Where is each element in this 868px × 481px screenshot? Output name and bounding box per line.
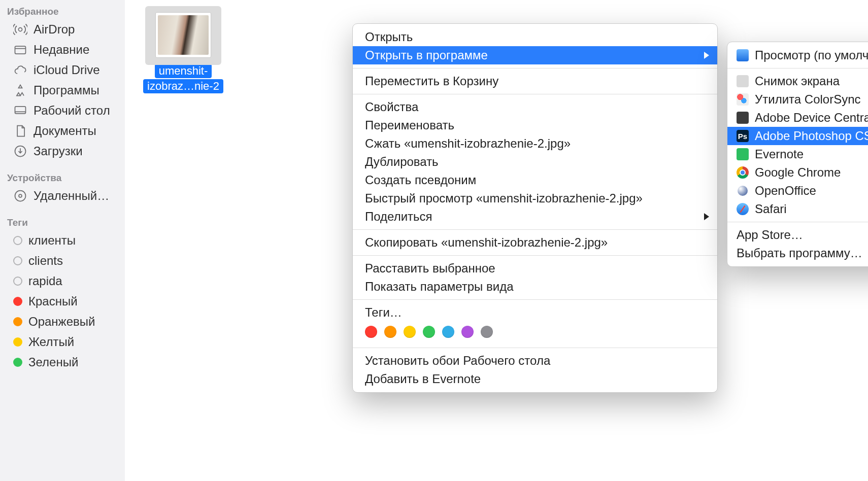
sidebar-item-label: Желтый bbox=[28, 335, 74, 349]
menu-get-info[interactable]: Свойства bbox=[353, 98, 717, 116]
image-thumbnail-icon bbox=[158, 15, 209, 55]
open-with-choose[interactable]: Выбрать программу… bbox=[727, 244, 868, 262]
menu-label: Adobe Photoshop CS5 bbox=[755, 129, 868, 143]
recents-icon bbox=[13, 43, 27, 57]
desktop-icon bbox=[13, 104, 27, 118]
menu-label: Evernote bbox=[755, 147, 804, 161]
file-item[interactable]: umenshit- izobraz…nie-2 bbox=[146, 7, 220, 93]
sidebar-tag-clientsen[interactable]: clients bbox=[0, 251, 125, 271]
menu-open-with[interactable]: Открыть в программе bbox=[353, 46, 717, 64]
tag-dot-icon bbox=[13, 277, 22, 286]
open-with-preview[interactable]: Просмотр (по умолчанию) bbox=[727, 46, 868, 64]
menu-quick-look[interactable]: Быстрый просмотр «umenshit-izobrazhenie-… bbox=[353, 189, 717, 208]
sidebar-heading-tags: Теги bbox=[0, 214, 125, 230]
screenshot-app-icon bbox=[737, 75, 749, 87]
open-with-submenu: Просмотр (по умолчанию) Снимок экрана Ут… bbox=[727, 42, 868, 267]
file-name-label: umenshit- izobraz…nie-2 bbox=[143, 64, 223, 93]
svg-point-7 bbox=[19, 194, 22, 197]
file-name-line2: izobraz…nie-2 bbox=[143, 79, 223, 93]
menu-tags-label[interactable]: Теги… bbox=[353, 303, 717, 322]
device-central-app-icon bbox=[737, 112, 749, 124]
sidebar-tag-clientsru[interactable]: клиенты bbox=[0, 230, 125, 251]
open-with-screenshot[interactable]: Снимок экрана bbox=[727, 72, 868, 90]
tag-dot-icon bbox=[13, 358, 22, 367]
sidebar-tag-orange[interactable]: Оранжевый bbox=[0, 312, 125, 332]
sidebar-item-documents[interactable]: Документы bbox=[0, 121, 125, 141]
open-with-chrome[interactable]: Google Chrome bbox=[727, 163, 868, 182]
finder-content[interactable]: umenshit- izobraz…nie-2 Открыть Открыть … bbox=[125, 0, 868, 481]
menu-copy[interactable]: Скопировать «umenshit-izobrazhenie-2.jpg… bbox=[353, 233, 717, 252]
sidebar-item-label: Загрузки bbox=[34, 144, 83, 158]
sidebar-item-label: Красный bbox=[28, 294, 78, 308]
sidebar-item-label: clients bbox=[28, 254, 63, 268]
menu-tags-row bbox=[353, 322, 717, 344]
open-with-openoffice[interactable]: OpenOffice bbox=[727, 182, 868, 200]
tag-color-purple[interactable] bbox=[461, 326, 474, 338]
sidebar-tag-green[interactable]: Зеленый bbox=[0, 352, 125, 372]
menu-make-alias[interactable]: Создать псевдоним bbox=[353, 171, 717, 189]
tag-dot-icon bbox=[13, 337, 22, 347]
file-thumbnail bbox=[155, 12, 211, 58]
safari-app-icon bbox=[737, 203, 749, 215]
menu-label: Safari bbox=[755, 202, 787, 216]
menu-trash[interactable]: Переместить в Корзину bbox=[353, 72, 717, 90]
menu-view-options[interactable]: Показать параметры вида bbox=[353, 278, 717, 296]
open-with-device-central[interactable]: Adobe Device Central CS5 bbox=[727, 109, 868, 127]
tag-color-blue[interactable] bbox=[442, 326, 454, 338]
evernote-app-icon bbox=[737, 148, 749, 160]
open-with-appstore[interactable]: App Store… bbox=[727, 226, 868, 244]
menu-label: Утилита ColorSync bbox=[755, 92, 861, 107]
open-with-safari[interactable]: Safari bbox=[727, 200, 868, 218]
menu-separator bbox=[353, 68, 717, 68]
sidebar-item-label: Программы bbox=[34, 83, 99, 97]
menu-separator bbox=[353, 229, 717, 230]
sidebar-tag-red[interactable]: Красный bbox=[0, 291, 125, 312]
finder-sidebar: Избранное AirDrop Недавние iCloud Drive … bbox=[0, 0, 125, 481]
sidebar-item-remote-disc[interactable]: Удаленный… bbox=[0, 186, 125, 206]
menu-share[interactable]: Поделиться bbox=[353, 208, 717, 226]
open-with-photoshop[interactable]: PsAdobe Photoshop CS5 bbox=[727, 127, 868, 145]
menu-label: App Store… bbox=[737, 228, 803, 242]
svg-rect-1 bbox=[15, 46, 26, 54]
openoffice-app-icon bbox=[737, 185, 749, 197]
sidebar-item-desktop[interactable]: Рабочий стол bbox=[0, 100, 125, 121]
colorsync-app-icon bbox=[737, 93, 749, 106]
sidebar-item-apps[interactable]: Программы bbox=[0, 80, 125, 100]
tag-color-yellow[interactable] bbox=[404, 326, 416, 338]
sidebar-tag-rapida[interactable]: rapida bbox=[0, 271, 125, 291]
svg-point-0 bbox=[19, 28, 22, 31]
sidebar-item-label: iCloud Drive bbox=[34, 63, 100, 77]
menu-set-desktop[interactable]: Установить обои Рабочего стола bbox=[353, 352, 717, 370]
tag-color-red[interactable] bbox=[365, 326, 377, 338]
sidebar-item-recents[interactable]: Недавние bbox=[0, 40, 125, 60]
tag-color-green[interactable] bbox=[423, 326, 435, 338]
sidebar-item-label: Удаленный… bbox=[34, 189, 109, 203]
sidebar-item-airdrop[interactable]: AirDrop bbox=[0, 19, 125, 40]
sidebar-heading-devices: Устройства bbox=[0, 169, 125, 186]
sidebar-item-label: Рабочий стол bbox=[34, 104, 110, 118]
sidebar-item-label: AirDrop bbox=[34, 22, 75, 37]
menu-duplicate[interactable]: Дублировать bbox=[353, 153, 717, 171]
tag-color-orange[interactable] bbox=[384, 326, 396, 338]
menu-clean-up[interactable]: Расставить выбранное bbox=[353, 259, 717, 278]
sidebar-item-icloud[interactable]: iCloud Drive bbox=[0, 60, 125, 80]
menu-compress[interactable]: Сжать «umenshit-izobrazhenie-2.jpg» bbox=[353, 134, 717, 153]
sidebar-tag-yellow[interactable]: Желтый bbox=[0, 332, 125, 352]
photoshop-app-icon: Ps bbox=[737, 130, 749, 142]
menu-add-evernote[interactable]: Добавить в Evernote bbox=[353, 370, 717, 388]
menu-open[interactable]: Открыть bbox=[353, 28, 717, 46]
sidebar-item-label: Документы bbox=[34, 124, 96, 138]
disc-icon bbox=[13, 189, 27, 203]
apps-icon bbox=[13, 83, 27, 97]
menu-rename[interactable]: Переименовать bbox=[353, 116, 717, 134]
menu-label: OpenOffice bbox=[755, 184, 816, 198]
sidebar-item-downloads[interactable]: Загрузки bbox=[0, 141, 125, 161]
sidebar-item-label: Зеленый bbox=[28, 355, 78, 369]
menu-label: Просмотр (по умолчанию) bbox=[755, 48, 868, 62]
svg-point-6 bbox=[15, 191, 26, 201]
tag-color-gray[interactable] bbox=[481, 326, 493, 338]
menu-separator bbox=[353, 299, 717, 300]
open-with-colorsync[interactable]: Утилита ColorSync bbox=[727, 90, 868, 109]
open-with-evernote[interactable]: Evernote bbox=[727, 145, 868, 163]
tag-dot-icon bbox=[13, 297, 22, 306]
